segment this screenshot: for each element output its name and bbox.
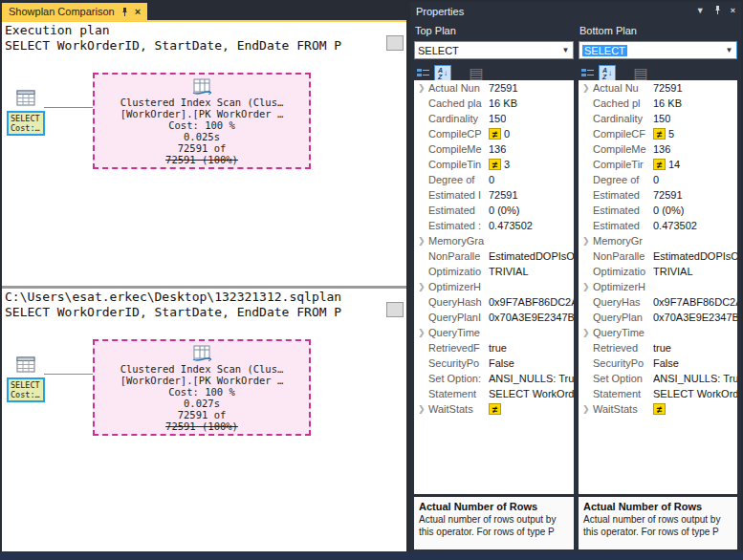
property-row[interactable]: ❯ Cardinality ≠ 150 xyxy=(579,111,737,126)
property-row[interactable]: ❯ Estimated I ≠ 72591 xyxy=(414,187,574,203)
property-label: NonParalle xyxy=(593,250,653,262)
expand-chevron-icon[interactable]: ❯ xyxy=(418,82,426,94)
property-row[interactable]: ❯ Set Option ≠ ANSI_NULLS: Tru xyxy=(579,371,737,386)
property-row[interactable]: ❯ Statement ≠ SELECT WorkOrd xyxy=(414,386,574,401)
property-row[interactable]: ❯ QueryPlan ≠ 0x70A3E9E2347B xyxy=(579,310,737,325)
property-row[interactable]: ❯ Estimated : ≠ 0.473502 xyxy=(414,218,574,233)
property-row[interactable]: ❯ NonParalle ≠ EstimatedDOPIsOr xyxy=(414,248,574,264)
property-row[interactable]: ❯ Degree of ≠ 0 xyxy=(414,172,574,187)
property-value: true xyxy=(653,342,671,354)
property-row[interactable]: ❯ NonParalle ≠ EstimatedDOPIsOr xyxy=(579,248,737,264)
expand-chevron-icon[interactable]: ❯ xyxy=(582,235,590,247)
property-row[interactable]: ❯ Estimated ≠ 0 (0%) xyxy=(414,203,574,218)
property-label: CompileTin xyxy=(428,159,489,170)
top-plan-operator-combo[interactable]: SELECT ▼ xyxy=(414,41,574,59)
categorized-icon[interactable] xyxy=(579,65,596,81)
property-row[interactable]: ❯ QueryPlanI ≠ 0x70A3E9E2347B xyxy=(414,310,574,325)
close-icon[interactable]: × xyxy=(135,7,141,17)
property-row[interactable]: ❯ QueryTime ≠ xyxy=(579,325,737,340)
property-row[interactable]: ❯ RetrievedF ≠ true xyxy=(414,340,574,355)
property-row[interactable]: ❯ Set Option: ≠ ANSI_NULLS: Tru xyxy=(414,371,574,386)
property-row[interactable]: ❯ Actual Nu ≠ 72591 xyxy=(579,80,737,96)
property-row[interactable]: ❯ QueryHas ≠ 0x9F7ABF86DC2A xyxy=(579,294,737,310)
expand-chevron-icon[interactable]: ❯ xyxy=(418,281,426,292)
property-row[interactable]: ❯ CompileTin ≠ 3 xyxy=(414,157,574,172)
property-row[interactable]: ❯ QueryHash ≠ 0x9F7ABF86DC2A xyxy=(414,294,574,310)
pin-icon[interactable] xyxy=(120,7,129,17)
property-label: Cardinality xyxy=(593,113,653,124)
not-equal-icon: ≠ xyxy=(653,159,666,170)
pane-toggle-button[interactable] xyxy=(386,35,404,51)
property-row[interactable]: ❯ OptimizerH ≠ xyxy=(579,279,737,294)
property-value: 0 xyxy=(489,174,494,185)
description-title: Actual Number of Rows xyxy=(419,501,569,512)
expand-chevron-icon[interactable]: ❯ xyxy=(418,403,426,415)
properties-titlebar[interactable]: Properties ▼ × xyxy=(410,2,741,20)
scan-operator-node[interactable]: Clustered Index Scan (Clus… [WorkOrder].… xyxy=(93,73,311,169)
property-row[interactable]: ❯ Estimated ≠ 0.473502 xyxy=(579,218,737,233)
property-label: Set Option xyxy=(593,373,653,384)
property-row[interactable]: ❯ CompileMe ≠ 136 xyxy=(579,141,737,157)
expand-chevron-icon[interactable]: ❯ xyxy=(582,327,590,338)
property-row[interactable]: ❯ Statement ≠ SELECT WorkOrd xyxy=(579,386,737,401)
property-row[interactable]: ❯ Estimated ≠ 0 (0%) xyxy=(579,203,737,218)
sort-az-icon[interactable]: AZ↓ xyxy=(599,65,616,81)
property-row[interactable]: ❯ Actual Nun ≠ 72591 xyxy=(414,80,574,96)
pin-icon[interactable] xyxy=(713,5,722,17)
result-grid-icon xyxy=(7,90,45,110)
expand-chevron-icon[interactable]: ❯ xyxy=(418,327,426,338)
property-row[interactable]: ❯ SecurityPo ≠ False xyxy=(414,355,574,371)
expand-chevron-icon[interactable]: ❯ xyxy=(582,82,590,94)
not-equal-icon: ≠ xyxy=(489,159,501,170)
property-row[interactable]: ❯ CompileCP ≠ 0 xyxy=(414,126,574,141)
property-label: WaitStats xyxy=(593,403,653,415)
property-value: 0 (0%) xyxy=(653,205,684,216)
property-label: Estimated I xyxy=(428,189,489,201)
property-row[interactable]: ❯ QueryTime ≠ xyxy=(414,325,574,340)
property-row[interactable]: ❯ Optimizatio ≠ TRIVIAL xyxy=(414,264,574,279)
scan-operator-node[interactable]: Clustered Index Scan (Clus… [WorkOrder].… xyxy=(93,339,311,436)
property-row[interactable]: ❯ SecurityPo ≠ False xyxy=(579,355,737,371)
property-row[interactable]: ❯ CompileTir ≠ 14 xyxy=(579,157,737,172)
property-row[interactable]: ❯ Optimizatio ≠ TRIVIAL xyxy=(579,264,737,279)
property-row[interactable]: ❯ OptimizerH ≠ xyxy=(414,279,574,294)
property-row[interactable]: ❯ Estimated ≠ 72591 xyxy=(579,187,737,203)
property-row[interactable]: ❯ MemoryGra ≠ xyxy=(414,233,574,248)
categorized-icon[interactable] xyxy=(414,65,431,81)
plan-source-label: C:\Users\esat.erkec\Desktop\132321312.sq… xyxy=(5,290,385,305)
property-row[interactable]: ❯ WaitStats ≠ xyxy=(579,401,737,417)
expand-chevron-icon[interactable]: ❯ xyxy=(418,235,426,247)
chevron-down-icon[interactable]: ▼ xyxy=(558,46,573,54)
property-row[interactable]: ❯ WaitStats ≠ xyxy=(414,401,574,417)
property-value: ANSI_NULLS: Tru xyxy=(489,373,574,384)
property-row[interactable]: ❯ Retrieved ≠ true xyxy=(579,340,737,355)
property-row[interactable]: ❯ Cardinality ≠ 150 xyxy=(414,111,574,126)
property-label: QueryHash xyxy=(428,296,489,308)
chevron-down-icon[interactable]: ▼ xyxy=(722,46,736,54)
window-menu-chevron-icon[interactable]: ▼ xyxy=(696,7,705,15)
pane-toggle-button[interactable] xyxy=(386,302,404,317)
property-label: Statement xyxy=(428,388,489,399)
expand-chevron-icon[interactable]: ❯ xyxy=(582,403,590,415)
property-row[interactable]: ❯ CompileMe ≠ 136 xyxy=(414,141,574,157)
property-row[interactable]: ❯ Cached pla ≠ 16 KB xyxy=(414,96,574,111)
expand-chevron-icon[interactable]: ❯ xyxy=(582,281,590,292)
top-plan-canvas[interactable]: SELECT Cost:… Clustered Index Scan (Clus… xyxy=(2,54,406,286)
select-operator-node[interactable]: SELECT Cost:… xyxy=(7,90,45,136)
bottom-plan-operator-combo[interactable]: SELECT ▼ xyxy=(579,41,737,59)
property-row[interactable]: ❯ Degree of ≠ 0 xyxy=(579,172,737,187)
close-icon[interactable]: × xyxy=(731,7,735,15)
property-value: 136 xyxy=(489,143,506,155)
select-operator-node[interactable]: SELECT Cost:… xyxy=(7,356,45,402)
scan-node-time: 0.025s xyxy=(97,131,307,142)
tab-showplan-comparison[interactable]: Showplan Comparison × xyxy=(2,3,147,21)
property-label: CompileMe xyxy=(428,143,489,155)
property-row[interactable]: ❯ Cached pl ≠ 16 KB xyxy=(579,96,737,111)
property-row[interactable]: ❯ MemoryGr ≠ xyxy=(579,233,737,248)
property-row[interactable]: ❯ CompileCF ≠ 5 xyxy=(579,126,737,141)
bottom-plan-canvas[interactable]: SELECT Cost:… Clustered Index Scan (Clus… xyxy=(2,320,406,551)
property-label: OptimizerH xyxy=(593,281,653,292)
bottom-plan-properties-column: Bottom Plan SELECT ▼ AZ↓ ▤ ❯ Actu xyxy=(579,20,737,551)
sort-az-icon[interactable]: AZ↓ xyxy=(434,65,451,81)
plan-edge xyxy=(44,107,94,108)
